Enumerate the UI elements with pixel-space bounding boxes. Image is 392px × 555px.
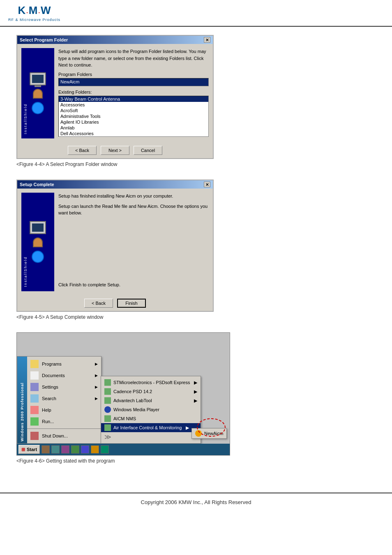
start-menu-run[interactable]: Run... <box>27 416 101 427</box>
programs-submenu: STMicroelectronics - PSDsoft Express ▶ C… <box>101 376 201 444</box>
taskbar-icon-5[interactable] <box>81 445 89 454</box>
newAicm-icon <box>195 430 202 437</box>
folder-item-4[interactable]: Agilent IO Libraries <box>59 119 208 125</box>
back-button-4[interactable]: < Back <box>68 146 97 155</box>
globe-icon-5 <box>32 251 44 263</box>
settings-arrow: ▶ <box>95 385 98 389</box>
start-menu-items[interactable]: Programs ▶ Documents ▶ Settings ▶ <box>27 357 101 443</box>
footer: Copyright 2006 KMW Inc., All Rights Rese… <box>0 493 392 511</box>
cancel-button-4[interactable]: Cancel <box>134 146 162 155</box>
start-menu: Windows 2000 Professional Programs ▶ Doc… <box>17 356 101 444</box>
start-menu-brand-label: Windows 2000 Professional <box>20 382 24 441</box>
figure-4-6: Windows 2000 Professional Programs ▶ Doc… <box>16 332 376 464</box>
start-menu-programs[interactable]: Programs ▶ <box>27 358 101 370</box>
taskbar-icon-6[interactable] <box>91 445 99 454</box>
programs-label: Programs <box>42 362 62 366</box>
submenu-advantech[interactable]: Advantech LabTool ▶ <box>101 396 201 405</box>
taskbar-icon-2[interactable] <box>51 445 60 454</box>
logo-subtitle: RF & Microwave Products <box>8 18 60 22</box>
folder-item-6[interactable]: Dell Accessories <box>59 131 208 136</box>
folder-item-1[interactable]: Accessories <box>59 102 208 108</box>
figure-4-5-caption: <Figure 4-5> A Setup Complete window <box>16 314 376 320</box>
dialog-titlebar-5: Setup Complete ✕ <box>17 180 213 189</box>
figure-4-6-caption: <Figure 4-6> Getting stated with the pro… <box>16 458 376 464</box>
folder-item-7[interactable]: HAANSOFT <box>59 136 208 137</box>
documents-label: Documents <box>42 373 65 378</box>
setup-complete-bottom: Click Finish to complete Setup. <box>58 281 209 288</box>
newAicm-label[interactable]: NewAicm <box>204 431 223 436</box>
dialog-right-4: Setup will add program icons to the Prog… <box>58 48 209 138</box>
cadence-icon <box>104 388 111 395</box>
start-menu-container: Windows 2000 Professional Programs ▶ Doc… <box>16 332 230 456</box>
logo-m: M <box>29 4 38 17</box>
setup-complete-line1: Setup has finished installing New Aicm o… <box>58 193 209 200</box>
st-label: STMicroelectronics - PSDsoft Express <box>113 380 190 385</box>
air-interface-arrow: ▶ <box>186 425 189 431</box>
dialog-description-4: Setup will add program icons to the Prog… <box>58 48 209 69</box>
person-icon-5 <box>33 237 43 247</box>
documents-icon <box>30 371 39 380</box>
person-icon <box>33 89 43 99</box>
logo-k: K <box>18 4 25 17</box>
advantech-arrow: ▶ <box>194 398 197 403</box>
aicm-label: AICM NMS <box>113 416 136 421</box>
start-menu-search[interactable]: Search ▶ <box>27 393 101 404</box>
taskbar-icon-3[interactable] <box>61 445 69 454</box>
st-arrow: ▶ <box>194 380 197 385</box>
start-menu-shutdown[interactable]: Shut Down... <box>27 430 101 442</box>
existing-folders-label: Existing Folders: <box>58 90 209 94</box>
run-icon <box>30 417 39 426</box>
windows-icon: ⊞ <box>21 447 25 452</box>
folder-item-3[interactable]: Administrative Tools <box>59 113 208 119</box>
documents-arrow: ▶ <box>95 373 98 378</box>
start-button[interactable]: ⊞ Start <box>18 445 40 454</box>
back-button-5[interactable]: < Back <box>84 299 113 308</box>
search-label: Search <box>42 396 56 401</box>
folder-item-5[interactable]: Annlab <box>59 125 208 131</box>
submenu-cadence[interactable]: Cadence PSD 14.2 ▶ <box>101 387 201 396</box>
folder-item-2[interactable]: AcroSoft <box>59 108 208 113</box>
close-button-4[interactable]: ✕ <box>204 37 210 43</box>
program-folders-input[interactable]: NewAicm <box>58 78 209 86</box>
start-menu-settings[interactable]: Settings ▶ <box>27 381 101 393</box>
newAicm-submenu: NewAicm <box>191 428 227 439</box>
submenu-aicm[interactable]: AICM NMS <box>101 414 201 423</box>
finish-button-5[interactable]: Finish <box>117 299 146 308</box>
logo-dot2: . <box>38 6 40 15</box>
installshield-label: InstallShield <box>23 104 28 134</box>
help-label: Help <box>42 408 51 412</box>
cadence-label: Cadence PSD 14.2 <box>113 389 152 394</box>
next-button-4[interactable]: Next > <box>101 146 129 155</box>
taskbar-icon-4[interactable] <box>71 445 79 454</box>
st-icon <box>104 379 111 386</box>
taskbar: ⊞ Start <box>17 444 230 455</box>
start-menu-documents[interactable]: Documents ▶ <box>27 370 101 381</box>
taskbar-icons <box>42 445 109 454</box>
folders-list[interactable]: 3-Way Beam Control Antenna Accessories A… <box>58 96 209 137</box>
submenu-wmp[interactable]: Windows Media Player <box>101 405 201 414</box>
taskbar-icon-7[interactable] <box>101 445 109 454</box>
setup-complete-dialog: Setup Complete ✕ InstallShield <box>16 180 214 312</box>
globe-icon <box>32 102 44 114</box>
dialog-buttons-4: < Back Next > Cancel <box>17 143 213 158</box>
start-menu-help[interactable]: Help <box>27 404 101 416</box>
help-icon <box>30 406 39 414</box>
figure-4-4: Select Program Folder ✕ InstallShield <box>16 35 376 167</box>
sidebar-icons-5 <box>30 217 46 267</box>
installshield-label-5: InstallShield <box>23 256 28 287</box>
taskbar-icon-1[interactable] <box>42 445 50 454</box>
monitor-icon-5 <box>30 221 46 234</box>
dialog-titlebar-4: Select Program Folder ✕ <box>17 36 213 44</box>
run-label: Run... <box>42 419 54 424</box>
programs-icon <box>30 360 39 368</box>
advantech-label: Advantech LabTool <box>113 398 152 403</box>
submenu-st[interactable]: STMicroelectronics - PSDsoft Express ▶ <box>101 378 201 387</box>
folder-item-0[interactable]: 3-Way Beam Control Antenna <box>59 96 208 102</box>
close-button-5[interactable]: ✕ <box>204 182 210 187</box>
programs-arrow: ▶ <box>95 362 98 366</box>
dialog-body-4: InstallShield Setup will add program ico… <box>17 44 213 143</box>
program-folders-label: Program Folders <box>58 72 209 77</box>
monitor-icon <box>30 72 46 85</box>
dialog-title-4: Select Program Folder <box>20 37 68 42</box>
submenu-air-interface[interactable]: Air Interface Control & Mornitoring ▶ <box>101 423 201 432</box>
